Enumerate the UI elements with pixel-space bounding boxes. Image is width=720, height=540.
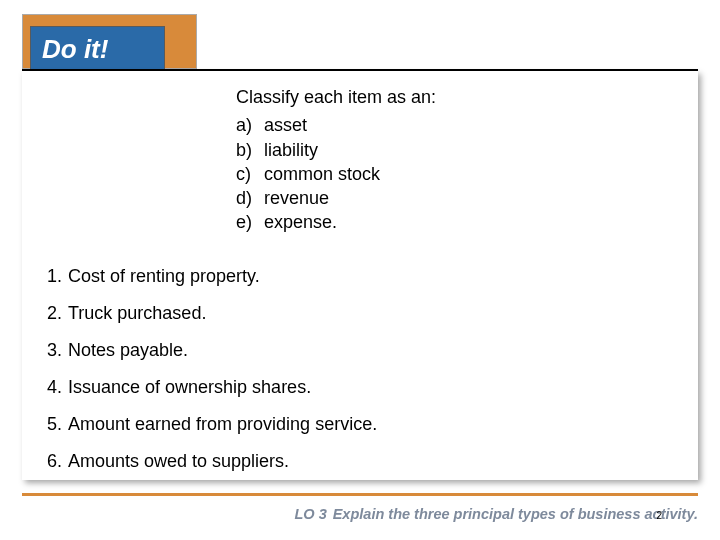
- question-text: Amount earned from providing service.: [68, 415, 377, 433]
- question-row: 6. Amounts owed to suppliers.: [42, 452, 377, 470]
- question-number: 5.: [42, 415, 62, 433]
- question-row: 4. Issuance of ownership shares.: [42, 378, 377, 396]
- option-letter: c): [236, 162, 258, 186]
- option-letter: b): [236, 138, 258, 162]
- question-text: Amounts owed to suppliers.: [68, 452, 289, 470]
- question-text: Truck purchased.: [68, 304, 206, 322]
- option-text: expense.: [264, 210, 337, 234]
- question-number: 3.: [42, 341, 62, 359]
- option-row: d) revenue: [236, 186, 436, 210]
- option-letter: e): [236, 210, 258, 234]
- bottom-rule: [22, 493, 698, 496]
- option-text: revenue: [264, 186, 329, 210]
- option-text: asset: [264, 113, 307, 137]
- do-it-badge: Do it!: [30, 26, 165, 72]
- prompt-instruction: Classify each item as an:: [236, 85, 436, 109]
- question-text: Issuance of ownership shares.: [68, 378, 311, 396]
- question-number: 4.: [42, 378, 62, 396]
- option-row: b) liability: [236, 138, 436, 162]
- option-row: e) expense.: [236, 210, 436, 234]
- question-text: Notes payable.: [68, 341, 188, 359]
- option-letter: d): [236, 186, 258, 210]
- question-number: 2.: [42, 304, 62, 322]
- option-row: c) common stock: [236, 162, 436, 186]
- option-text: common stock: [264, 162, 380, 186]
- option-letter: a): [236, 113, 258, 137]
- question-text: Cost of renting property.: [68, 267, 260, 285]
- questions-list: 1. Cost of renting property. 2. Truck pu…: [42, 267, 377, 489]
- lo-desc: Explain the three principal types of bus…: [333, 506, 698, 522]
- lo-label: LO 3: [294, 506, 326, 522]
- option-text: liability: [264, 138, 318, 162]
- option-row: a) asset: [236, 113, 436, 137]
- question-row: 2. Truck purchased.: [42, 304, 377, 322]
- footer-text: LO 3 Explain the three principal types o…: [294, 506, 698, 522]
- question-row: 5. Amount earned from providing service.: [42, 415, 377, 433]
- page-number: 2: [656, 510, 662, 521]
- do-it-text: Do it!: [42, 34, 109, 64]
- options-list: a) asset b) liability c) common stock d)…: [236, 113, 436, 234]
- question-number: 6.: [42, 452, 62, 470]
- content-card: Classify each item as an: a) asset b) li…: [22, 71, 698, 480]
- question-row: 3. Notes payable.: [42, 341, 377, 359]
- question-number: 1.: [42, 267, 62, 285]
- prompt-block: Classify each item as an: a) asset b) li…: [236, 85, 436, 235]
- question-row: 1. Cost of renting property.: [42, 267, 377, 285]
